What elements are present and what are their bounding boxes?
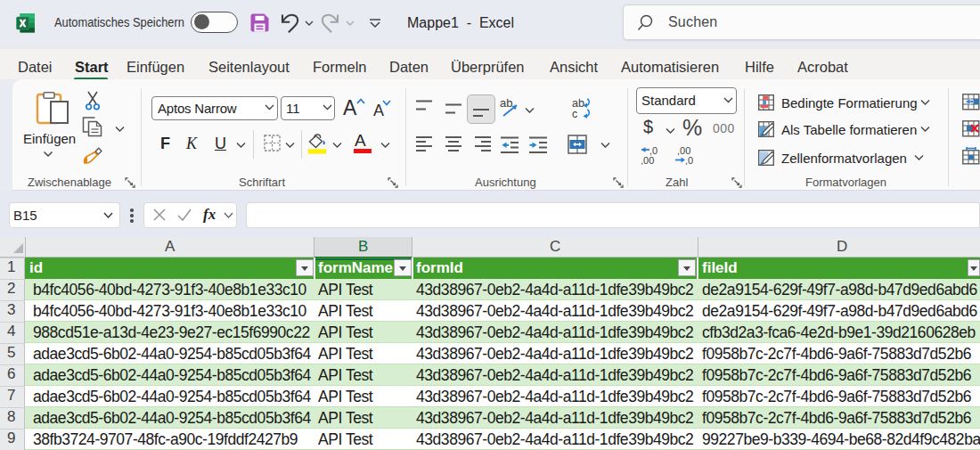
- svg-text:ab: ab: [500, 96, 512, 110]
- svg-text:c: c: [572, 108, 577, 119]
- svg-text:,0: ,0: [685, 155, 693, 165]
- svg-text:,00: ,00: [641, 155, 654, 165]
